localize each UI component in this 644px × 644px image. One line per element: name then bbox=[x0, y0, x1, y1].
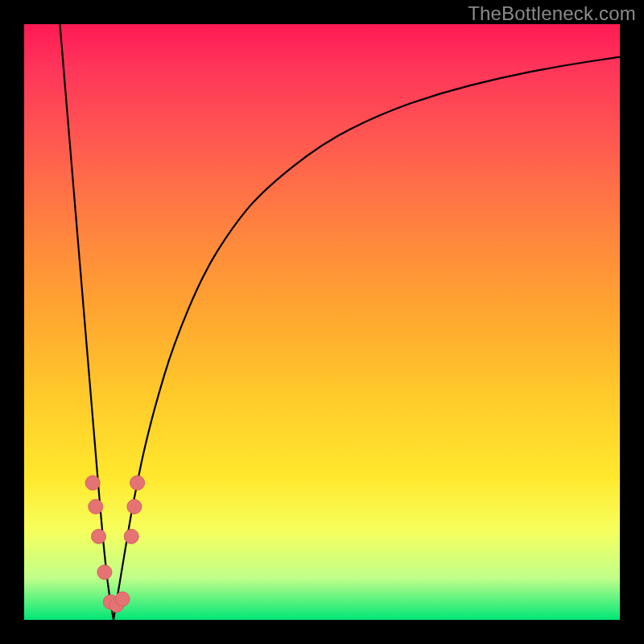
chart-frame: TheBottleneck.com bbox=[0, 0, 644, 644]
data-marker bbox=[124, 529, 138, 543]
marker-group bbox=[85, 476, 145, 613]
data-marker bbox=[130, 476, 145, 490]
data-marker bbox=[115, 592, 130, 606]
curve-overlay bbox=[24, 24, 620, 620]
data-marker bbox=[97, 565, 112, 580]
data-marker bbox=[127, 499, 142, 514]
curve-left-branch bbox=[60, 24, 114, 620]
data-marker bbox=[85, 476, 100, 490]
data-marker bbox=[89, 499, 103, 514]
watermark-text: TheBottleneck.com bbox=[468, 2, 636, 25]
data-marker bbox=[92, 529, 106, 543]
curve-right-branch bbox=[114, 57, 620, 620]
plot-area bbox=[24, 24, 620, 620]
